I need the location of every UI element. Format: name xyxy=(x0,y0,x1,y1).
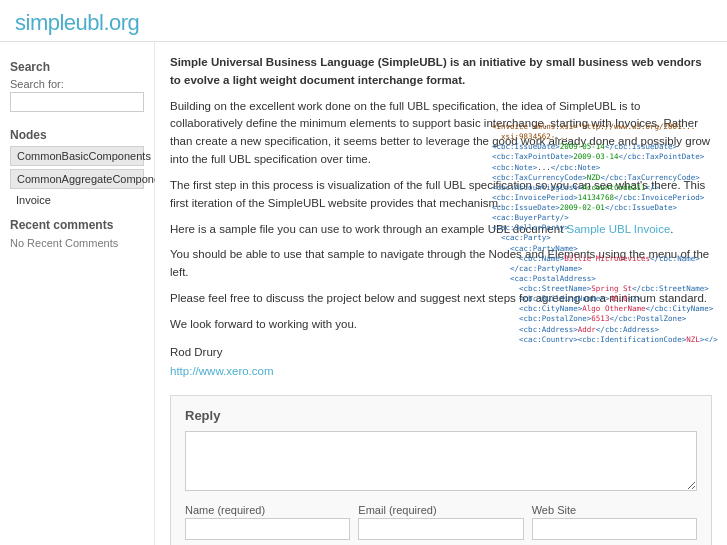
search-input[interactable] xyxy=(10,92,144,112)
website-input[interactable] xyxy=(532,518,697,540)
recent-comments-section: Recent comments No Recent Comments xyxy=(10,218,144,250)
node-item-invoice[interactable]: Invoice xyxy=(10,192,144,208)
recent-comments-heading: Recent comments xyxy=(10,218,144,232)
intro-text: Simple Universal Business Language (Simp… xyxy=(170,56,702,86)
reply-textarea[interactable] xyxy=(185,431,697,491)
website-label: Web Site xyxy=(532,504,697,516)
nodes-heading: Nodes xyxy=(10,128,144,142)
signature-name: Rod Drury xyxy=(170,344,712,362)
signature-url[interactable]: http://www.xero.com xyxy=(170,365,274,377)
node-item-common-basic[interactable]: CommonBasicComponents xyxy=(10,146,144,166)
xml-preview: <Invoice xmlns:xsi="http://www.w3.org/20… xyxy=(492,122,722,342)
name-field-group: Name (required) xyxy=(185,504,350,540)
search-heading: Search xyxy=(10,60,144,74)
reply-title: Reply xyxy=(185,408,697,423)
node-item-common-aggregate[interactable]: CommonAggregateComponents xyxy=(10,169,144,189)
name-label: Name (required) xyxy=(185,504,350,516)
site-title[interactable]: simpleubl.org xyxy=(15,10,712,36)
website-field-group: Web Site xyxy=(532,504,697,540)
email-label: Email (required) xyxy=(358,504,523,516)
email-field-group: Email (required) xyxy=(358,504,523,540)
search-label: Search for: xyxy=(10,78,144,90)
email-input[interactable] xyxy=(358,518,523,540)
no-comments-text: No Recent Comments xyxy=(10,237,118,249)
name-input[interactable] xyxy=(185,518,350,540)
reply-section: Reply Name (required) Email (required) W… xyxy=(170,395,712,545)
